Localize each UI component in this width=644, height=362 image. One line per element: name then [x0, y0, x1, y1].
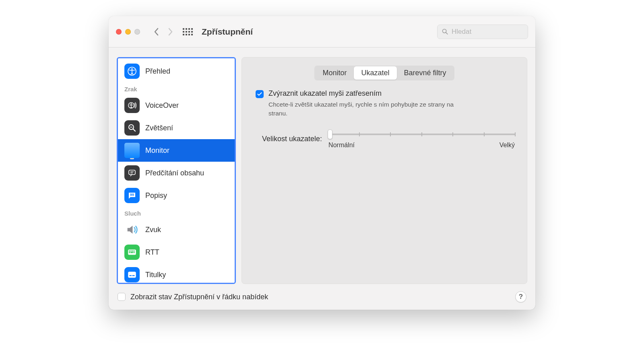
speech-icon: [124, 165, 140, 181]
svg-rect-16: [132, 251, 133, 252]
accessibility-icon: [124, 64, 140, 79]
section-header-hearing: Sluch: [118, 207, 235, 218]
tab-pointer[interactable]: Ukazatel: [354, 66, 396, 80]
pointer-size-label: Velikost ukazatele:: [262, 135, 322, 143]
slider-min-label: Normální: [328, 142, 355, 149]
window-controls: [116, 29, 140, 35]
sidebar-item-subtitles[interactable]: Titulky: [118, 263, 235, 284]
svg-point-5: [131, 103, 132, 105]
svg-rect-14: [129, 251, 130, 252]
sidebar-item-label: RTT: [145, 248, 159, 257]
menubar-status-checkbox[interactable]: [118, 293, 126, 301]
detail-pane: Monitor Ukazatel Barevné filtry Zvýrazni…: [242, 57, 527, 284]
back-button[interactable]: [154, 27, 159, 36]
svg-rect-15: [130, 251, 132, 252]
sidebar-item-label: Zvuk: [145, 226, 161, 234]
sidebar-item-zoom[interactable]: Zvětšení: [118, 117, 235, 139]
shake-to-locate-row: Zvýraznit ukazatel myši zatřesením Chcet…: [256, 89, 516, 117]
zoom-button-disabled: [134, 29, 140, 35]
sidebar-item-display[interactable]: Monitor: [118, 139, 235, 162]
svg-rect-22: [130, 275, 132, 276]
category-sidebar[interactable]: Přehled Zrak VoiceOver Zvětšení Monitor: [117, 57, 236, 284]
search-field[interactable]: [437, 25, 528, 39]
tab-bar: Monitor Ukazatel Barevné filtry: [314, 66, 454, 80]
tab-color-filters[interactable]: Barevné filtry: [397, 66, 454, 80]
svg-text:99: 99: [130, 193, 134, 197]
nav-arrows: [154, 27, 173, 36]
zoom-icon: [124, 120, 140, 136]
sidebar-item-audio[interactable]: Zvuk: [118, 218, 235, 241]
search-icon: [442, 28, 448, 35]
sidebar-item-label: VoiceOver: [145, 101, 179, 110]
sidebar-item-label: Monitor: [145, 146, 169, 155]
svg-line-1: [446, 33, 448, 34]
svg-rect-21: [128, 272, 136, 278]
svg-rect-17: [134, 251, 135, 252]
subtitles-icon: [124, 267, 140, 282]
search-input[interactable]: [452, 28, 524, 36]
sidebar-item-label: Titulky: [145, 271, 166, 279]
help-button[interactable]: ?: [515, 291, 526, 302]
pointer-size-slider[interactable]: [328, 129, 516, 140]
sidebar-item-overview[interactable]: Přehled: [118, 60, 235, 82]
svg-rect-20: [134, 252, 135, 253]
sidebar-item-descriptions[interactable]: 99 Popisy: [118, 184, 235, 207]
rtt-icon: [124, 245, 140, 260]
chevron-left-icon: [154, 28, 159, 36]
svg-point-3: [131, 68, 133, 70]
sidebar-item-label: Zvětšení: [145, 124, 173, 132]
slider-max-label: Velký: [500, 142, 515, 149]
svg-rect-18: [129, 252, 130, 253]
tab-display[interactable]: Monitor: [315, 66, 354, 80]
display-icon: [124, 143, 140, 158]
forward-button[interactable]: [167, 27, 173, 36]
svg-rect-23: [132, 275, 135, 276]
pointer-size-slider-wrap: Normální Velký: [328, 129, 516, 149]
sidebar-item-label: Popisy: [145, 191, 167, 200]
chevron-right-icon: [168, 28, 173, 36]
preferences-window: Zpřístupnění Přehled Zrak VoiceOver: [109, 16, 535, 310]
footer: Zobrazit stav Zpřístupnění v řádku nabíd…: [109, 284, 535, 310]
menubar-status-label: Zobrazit stav Zpřístupnění v řádku nabíd…: [130, 293, 268, 301]
descriptions-icon: 99: [124, 188, 140, 203]
window-title: Zpřístupnění: [202, 27, 253, 37]
svg-line-7: [133, 129, 136, 132]
sidebar-item-speech[interactable]: Předčítání obsahu: [118, 162, 235, 184]
voiceover-icon: [124, 98, 140, 113]
sidebar-item-voiceover[interactable]: VoiceOver: [118, 94, 235, 117]
sidebar-item-label: Předčítání obsahu: [145, 169, 204, 177]
section-header-vision: Zrak: [118, 82, 235, 94]
sidebar-item-label: Přehled: [145, 67, 170, 76]
shake-to-locate-checkbox[interactable]: [256, 90, 264, 98]
content-body: Přehled Zrak VoiceOver Zvětšení Monitor: [109, 47, 535, 284]
svg-rect-9: [129, 170, 135, 175]
audio-icon: [124, 222, 140, 237]
svg-rect-19: [130, 252, 133, 253]
sidebar-item-rtt[interactable]: RTT: [118, 241, 235, 263]
pointer-size-row: Velikost ukazatele: Normální Velký: [262, 129, 516, 149]
minimize-button[interactable]: [125, 29, 131, 35]
show-all-button[interactable]: [183, 28, 193, 35]
shake-to-locate-label: Zvýraznit ukazatel myši zatřesením: [268, 89, 470, 98]
close-button[interactable]: [116, 29, 122, 35]
shake-to-locate-help: Chcete-li zvětšit ukazatel myši, rychle …: [268, 100, 470, 117]
checkmark-icon: [257, 91, 262, 97]
slider-thumb[interactable]: [328, 130, 332, 139]
toolbar: Zpřístupnění: [109, 16, 535, 47]
